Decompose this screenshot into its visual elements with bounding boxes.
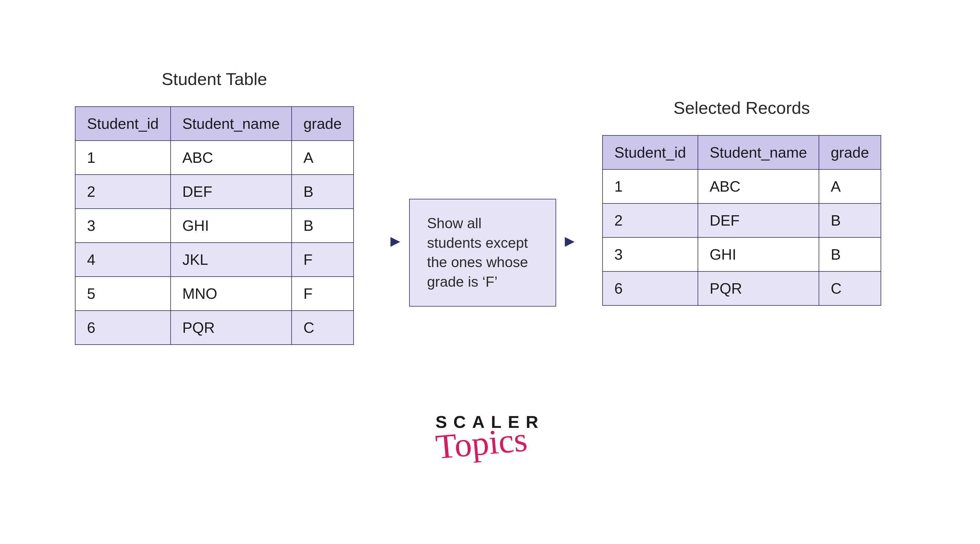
cell-name: DEF bbox=[698, 204, 819, 237]
table-row: 4 JKL F bbox=[75, 243, 353, 277]
table-row: 6 PQR C bbox=[603, 271, 881, 305]
cell-grade: F bbox=[292, 243, 353, 277]
table-row: 1 ABC A bbox=[603, 169, 881, 204]
cell-id: 1 bbox=[603, 169, 698, 204]
cell-name: PQR bbox=[170, 310, 292, 345]
table-row: 2 DEF B bbox=[603, 204, 881, 237]
cell-grade: B bbox=[292, 175, 353, 208]
cell-name: ABC bbox=[170, 141, 292, 175]
cell-grade: A bbox=[819, 169, 881, 204]
table-row: 2 DEF B bbox=[75, 175, 353, 208]
cell-name: MNO bbox=[170, 277, 292, 310]
cell-name: PQR bbox=[698, 271, 819, 305]
cell-id: 2 bbox=[75, 175, 170, 208]
cell-grade: B bbox=[292, 208, 353, 243]
cell-id: 6 bbox=[603, 271, 698, 305]
cell-grade: A bbox=[292, 141, 353, 175]
cell-grade: C bbox=[819, 271, 881, 305]
filter-description-box: Show all students except the ones whose … bbox=[409, 199, 556, 307]
selected-records-table: Student_id Student_name grade 1 ABC A 2 … bbox=[602, 135, 881, 306]
table-row: 1 ABC A bbox=[75, 141, 353, 175]
arrow-right-icon: ▶ bbox=[565, 234, 574, 248]
selected-records-title: Selected Records bbox=[673, 98, 810, 118]
table-row: 3 GHI B bbox=[75, 208, 353, 243]
table-row: 6 PQR C bbox=[75, 310, 353, 345]
cell-grade: B bbox=[819, 237, 881, 271]
cell-id: 3 bbox=[603, 237, 698, 271]
student-table-block: Student Table Student_id Student_name gr… bbox=[75, 69, 354, 345]
cell-id: 1 bbox=[75, 141, 170, 175]
selected-records-header-row: Student_id Student_name grade bbox=[603, 135, 881, 169]
header-student-id: Student_id bbox=[603, 135, 698, 169]
arrow-right-icon: ▶ bbox=[390, 234, 400, 248]
header-student-name: Student_name bbox=[170, 107, 292, 141]
student-table: Student_id Student_name grade 1 ABC A 2 … bbox=[75, 106, 354, 345]
cell-name: DEF bbox=[170, 175, 292, 208]
cell-name: GHI bbox=[698, 237, 819, 271]
selected-records-block: Selected Records Student_id Student_name… bbox=[602, 98, 881, 306]
cell-id: 5 bbox=[75, 277, 170, 310]
table-row: 3 GHI B bbox=[603, 237, 881, 271]
cell-name: GHI bbox=[170, 208, 292, 243]
cell-grade: C bbox=[292, 310, 353, 345]
cell-id: 4 bbox=[75, 243, 170, 277]
header-grade: grade bbox=[292, 107, 353, 141]
cell-grade: B bbox=[819, 204, 881, 237]
student-table-title: Student Table bbox=[162, 69, 267, 89]
cell-grade: F bbox=[292, 277, 353, 310]
cell-name: ABC bbox=[698, 169, 819, 204]
table-row: 5 MNO F bbox=[75, 277, 353, 310]
header-grade: grade bbox=[819, 135, 881, 169]
logo-text-topics: Topics bbox=[434, 419, 529, 467]
cell-id: 2 bbox=[603, 204, 698, 237]
cell-id: 6 bbox=[75, 310, 170, 345]
scaler-topics-logo: SCALER Topics bbox=[435, 412, 545, 463]
cell-id: 3 bbox=[75, 208, 170, 243]
header-student-id: Student_id bbox=[75, 107, 170, 141]
student-table-header-row: Student_id Student_name grade bbox=[75, 107, 353, 141]
header-student-name: Student_name bbox=[698, 135, 819, 169]
cell-name: JKL bbox=[170, 243, 292, 277]
